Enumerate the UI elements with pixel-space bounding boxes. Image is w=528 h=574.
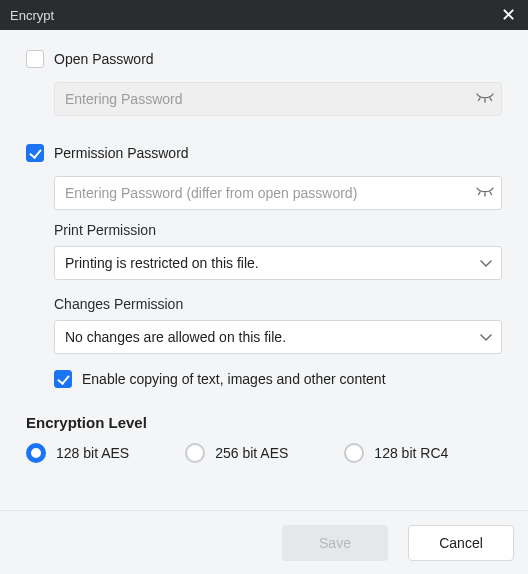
encryption-level-title: Encryption Level xyxy=(26,414,502,431)
dialog-footer: Save Cancel xyxy=(0,510,528,574)
radio-aes128-label: 128 bit AES xyxy=(56,445,129,461)
eye-closed-icon xyxy=(476,93,494,105)
enable-copy-label: Enable copying of text, images and other… xyxy=(82,371,386,387)
open-password-label: Open Password xyxy=(54,51,154,67)
permission-password-input[interactable] xyxy=(54,176,502,210)
radio-disc-icon xyxy=(344,443,364,463)
open-password-section: Open Password xyxy=(26,50,502,116)
radio-rc4128[interactable]: 128 bit RC4 xyxy=(344,443,448,463)
changes-permission-value: No changes are allowed on this file. xyxy=(65,329,286,345)
radio-disc-icon xyxy=(185,443,205,463)
dialog-body: Open Password Permission Password Print … xyxy=(0,30,528,574)
titlebar: Encrypt ✕ xyxy=(0,0,528,30)
radio-disc-icon xyxy=(26,443,46,463)
permission-password-checkbox[interactable] xyxy=(26,144,44,162)
changes-permission-select[interactable]: No changes are allowed on this file. xyxy=(54,320,502,354)
print-permission-select[interactable]: Printing is restricted on this file. xyxy=(54,246,502,280)
save-button: Save xyxy=(282,525,388,561)
open-password-input xyxy=(54,82,502,116)
changes-permission-label: Changes Permission xyxy=(54,296,502,312)
print-permission-value: Printing is restricted on this file. xyxy=(65,255,259,271)
permission-password-section: Permission Password Print Permission Pri… xyxy=(26,144,502,388)
print-permission-label: Print Permission xyxy=(54,222,502,238)
permission-password-label: Permission Password xyxy=(54,145,189,161)
radio-rc4128-label: 128 bit RC4 xyxy=(374,445,448,461)
radio-aes256-label: 256 bit AES xyxy=(215,445,288,461)
window-title: Encrypt xyxy=(10,8,54,23)
radio-aes128[interactable]: 128 bit AES xyxy=(26,443,129,463)
radio-aes256[interactable]: 256 bit AES xyxy=(185,443,288,463)
enable-copy-checkbox[interactable] xyxy=(54,370,72,388)
eye-closed-icon[interactable] xyxy=(476,187,494,199)
open-password-checkbox[interactable] xyxy=(26,50,44,68)
cancel-button[interactable]: Cancel xyxy=(408,525,514,561)
close-icon[interactable]: ✕ xyxy=(497,4,520,26)
encryption-level-group: 128 bit AES 256 bit AES 128 bit RC4 xyxy=(26,443,502,463)
